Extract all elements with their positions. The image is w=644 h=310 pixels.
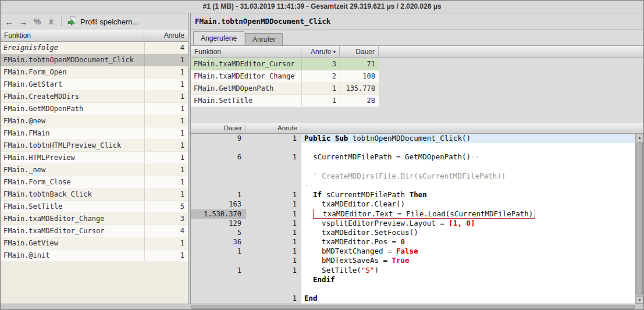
code-line[interactable]: 1End — [191, 294, 635, 303]
code-line-text: bMDTextChanged = False — [301, 247, 635, 256]
code-line[interactable]: 1291 vsplitEditorPreview.Layout = [1, 0] — [191, 219, 635, 228]
code-line[interactable]: 361 txaMDEditor.Pos = 0 — [191, 237, 635, 247]
code-line[interactable]: 1631 txaMDEditor.Clear() — [191, 199, 635, 209]
function-row[interactable]: FMain.txaMDEditor_Cursor4 — [1, 225, 188, 237]
function-row[interactable]: FMain.GetStart1 — [1, 79, 188, 91]
code-line-anrufe: 1 — [246, 190, 301, 199]
code-line-dauer: 1 — [191, 190, 246, 199]
function-panel: ← → % x̄ — [1, 13, 188, 304]
function-name: FMain.txaMDEditor_Cursor — [1, 225, 144, 237]
code-line-dauer: 1 — [191, 266, 246, 275]
horizontal-scrollbar-thumb[interactable] — [191, 305, 635, 309]
window-title: #1 (1 MB) - 31.03.2019 11:41:39 - Gesamt… — [1, 1, 643, 13]
function-row[interactable]: Ereignisfolge4 — [1, 42, 188, 54]
tab-angerufene[interactable]: Angerufene — [193, 31, 244, 45]
code-line-anrufe — [246, 284, 301, 294]
code-line-dauer: 5 — [191, 228, 246, 237]
calls-header-dauer[interactable]: Dauer — [340, 46, 379, 58]
forward-arrow-icon: → — [19, 17, 28, 27]
header-funktion[interactable]: Funktion — [1, 30, 144, 41]
calls-row[interactable]: FMain.SetTitle128 — [191, 95, 379, 107]
code-line-text: End — [301, 294, 635, 303]
code-line[interactable]: 91Public Sub tobtnOpenMDDocument_Click() — [191, 134, 635, 143]
function-row[interactable]: FMain.GetMDOpenPath1 — [1, 103, 188, 115]
code-line[interactable] — [191, 143, 635, 152]
function-row[interactable]: FMain.txaMDEditor_Change3 — [1, 213, 188, 225]
calls-row[interactable]: FMain.GetMDOpenPath1135.778 — [191, 83, 379, 95]
code-line-dauer: 163 — [191, 199, 246, 209]
code-line[interactable]: Endif — [191, 275, 635, 284]
function-name: Ereignisfolge — [1, 42, 144, 54]
code-line[interactable]: ' CreateMDDirs(File.Dir(sCurrentMDFilePa… — [191, 172, 635, 181]
header-anrufe[interactable]: Anrufe — [144, 30, 188, 41]
calls-header-filler — [379, 46, 643, 58]
calls-row-dauer: 108 — [340, 70, 379, 82]
calls-header-funktion[interactable]: Funktion — [191, 46, 301, 58]
function-row[interactable]: FMain.GetView1 — [1, 237, 188, 250]
code-line[interactable]: 1.530.3701 txaMDEditor.Text = File.Load(… — [191, 209, 635, 219]
code-header-filler — [301, 123, 643, 133]
code-lines: 91Public Sub tobtnOpenMDDocument_Click()… — [191, 134, 635, 304]
code-line[interactable] — [191, 284, 635, 294]
code-editor[interactable]: 91Public Sub tobtnOpenMDDocument_Click()… — [191, 134, 643, 304]
horizontal-scrollbar[interactable] — [1, 304, 643, 309]
code-line-anrufe — [246, 275, 301, 284]
code-line[interactable]: ·· — [191, 181, 635, 190]
vertical-scrollbar[interactable]: ▲ ▼ — [635, 134, 643, 304]
function-name: FMain.tobtnOpenMDDocument_Click — [1, 54, 144, 66]
code-line-dauer — [191, 162, 246, 172]
calls-row[interactable]: FMain.txaMDEditor_Cursor371 — [191, 58, 379, 70]
vertical-scrollbar-thumb[interactable] — [636, 142, 643, 295]
function-row[interactable]: FMain._new1 — [1, 164, 188, 176]
function-row[interactable]: FMain.SetTitle5 — [1, 201, 188, 213]
code-line[interactable]: 11 bMDTextChanged = False — [191, 247, 635, 256]
function-row[interactable]: FMain.CreateMDDirs1 — [1, 91, 188, 103]
function-calls: 1 — [144, 79, 188, 90]
function-row[interactable]: FMain.Form_Open1 — [1, 66, 188, 79]
function-row[interactable]: FMain.tobtnBack_Click1 — [1, 188, 188, 201]
code-line[interactable]: 11 If sCurrentMDFilePath Then — [191, 190, 635, 199]
code-line-text: txaMDEditor.Text = File.Load(sCurrentMDF… — [301, 209, 635, 219]
function-row[interactable]: FMain.FMain1 — [1, 127, 188, 140]
function-calls: 4 — [144, 42, 188, 54]
function-name: FMain.HTMLPreview — [1, 152, 144, 163]
function-calls: 1 — [144, 164, 188, 176]
function-calls: 1 — [144, 176, 188, 188]
calls-header-anrufe[interactable]: Anrufe ▾ — [301, 46, 340, 58]
code-line-text: bMDTextSaveAs = True — [301, 256, 635, 265]
calls-row-anrufe: 2 — [301, 70, 340, 82]
scroll-up-icon[interactable]: ▲ — [636, 134, 643, 141]
function-row[interactable]: FMain.tobtnHTMLPreview_Click1 — [1, 140, 188, 152]
function-row[interactable]: FMain.HTMLPreview1 — [1, 152, 188, 164]
save-profile-button[interactable]: Profil speichern... — [65, 15, 141, 28]
forward-button[interactable]: → — [17, 15, 30, 28]
code-line[interactable]: 1 bMDTextSaveAs = True — [191, 256, 635, 265]
calls-row[interactable]: FMain.txaMDEditor_Change2108 — [191, 70, 379, 83]
function-row[interactable]: FMain.tobtnOpenMDDocument_Click1 — [1, 54, 188, 66]
function-calls: 1 — [144, 188, 188, 200]
code-line-dauer: 36 — [191, 237, 246, 247]
function-calls: 1 — [144, 250, 188, 261]
code-line[interactable]: 61 sCurrentMDFilePath = GetMDOpenPath()·… — [191, 152, 635, 162]
tab-anrufer[interactable]: Anrufer — [245, 33, 283, 45]
code-line-text: Endif — [301, 275, 635, 284]
code-line-text: ·· — [301, 181, 635, 190]
scroll-down-icon[interactable]: ▼ — [636, 296, 643, 304]
calls-table-body: FMain.txaMDEditor_Cursor371FMain.txaMDEd… — [191, 58, 379, 107]
percent-button[interactable]: % — [31, 15, 44, 28]
code-line-dauer: 1 — [191, 247, 246, 256]
function-row[interactable]: FMain.@new1 — [1, 115, 188, 127]
code-line-dauer — [191, 143, 246, 152]
code-line-text — [301, 284, 635, 294]
function-calls: 1 — [144, 237, 188, 249]
function-row[interactable]: FMain.@init1 — [1, 250, 188, 262]
code-line[interactable] — [191, 162, 635, 172]
function-row[interactable]: FMain.Form_Close1 — [1, 176, 188, 188]
function-name: FMain.GetStart — [1, 79, 144, 90]
back-button[interactable]: ← — [3, 15, 16, 28]
mean-button[interactable]: x̄ — [45, 15, 58, 28]
code-line[interactable]: 51 txaMDEditor.SetFocus() — [191, 228, 635, 237]
code-line[interactable]: 11 SetTitle("S") — [191, 266, 635, 275]
function-name: FMain.SetTitle — [1, 201, 144, 212]
code-line-dauer — [191, 275, 246, 284]
